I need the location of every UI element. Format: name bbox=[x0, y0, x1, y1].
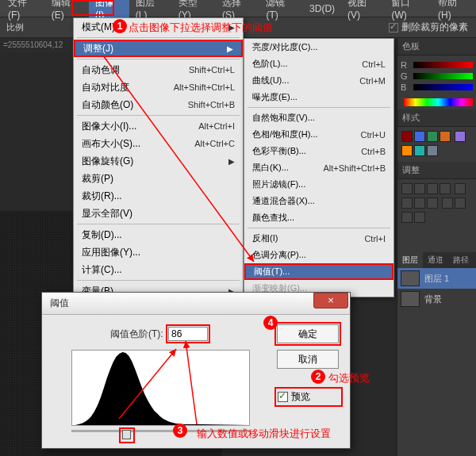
menu-crop[interactable]: 裁剪(P) bbox=[74, 170, 243, 187]
submenu-brightness[interactable]: 亮度/对比度(C)... bbox=[244, 39, 393, 56]
right-panels: 色板 R G B 样式 调整 图层 通道 路径 图层 1 背景 bbox=[397, 38, 476, 456]
ok-button[interactable]: 确定 bbox=[277, 324, 339, 343]
tab-paths[interactable]: 路径 bbox=[448, 252, 474, 268]
menu-apply-image[interactable]: 应用图像(Y)... bbox=[74, 243, 243, 261]
chevron-right-icon: ▶ bbox=[228, 157, 235, 166]
menu-file[interactable]: 文件(F) bbox=[2, 0, 45, 23]
submenu-black-white[interactable]: 黑白(K)...Alt+Shift+Ctrl+B bbox=[244, 159, 393, 176]
menu-calculations[interactable]: 计算(C)... bbox=[74, 261, 243, 278]
menu-auto-color[interactable]: 自动颜色(O)Shift+Ctrl+B bbox=[74, 96, 243, 113]
threshold-slider[interactable] bbox=[71, 430, 250, 443]
menu-mode[interactable]: 模式(M)▶ bbox=[74, 18, 243, 36]
menu-view[interactable]: 视图(V) bbox=[341, 0, 385, 23]
menu-help[interactable]: 帮助(H) bbox=[432, 0, 476, 23]
threshold-input[interactable] bbox=[168, 327, 208, 341]
delete-cropped-label: 删除裁剪的像素 bbox=[401, 21, 468, 34]
chevron-right-icon: ▶ bbox=[228, 23, 235, 32]
adjust-panel-header[interactable]: 调整 bbox=[397, 162, 476, 179]
dialog-title: 阈值 bbox=[50, 297, 69, 310]
menu-image-rotation[interactable]: 图像旋转(G)▶ bbox=[74, 152, 243, 170]
menu-auto-contrast[interactable]: 自动对比度Alt+Shift+Ctrl+L bbox=[74, 79, 243, 96]
tab-channels[interactable]: 通道 bbox=[423, 252, 448, 268]
histogram bbox=[71, 350, 250, 426]
submenu-invert[interactable]: 反相(I)Ctrl+I bbox=[244, 230, 393, 247]
menu-image-size[interactable]: 图像大小(I)...Alt+Ctrl+I bbox=[74, 117, 243, 135]
menu-reveal-all[interactable]: 显示全部(V) bbox=[74, 205, 243, 222]
preview-checkbox[interactable] bbox=[278, 392, 288, 402]
submenu-color-balance[interactable]: 色彩平衡(B)...Ctrl+B bbox=[244, 143, 393, 159]
delete-cropped-checkbox[interactable] bbox=[389, 23, 398, 33]
submenu-color-lookup[interactable]: 颜色查找... bbox=[244, 209, 393, 226]
submenu-levels[interactable]: 色阶(L)...Ctrl+L bbox=[244, 56, 393, 72]
threshold-level-label: 阈值色阶(T): bbox=[110, 328, 163, 339]
style-panel-header[interactable]: 样式 bbox=[397, 109, 476, 127]
preview-row[interactable]: 预览 bbox=[277, 389, 340, 404]
ratio-label: 比例 bbox=[6, 21, 24, 33]
annotation-number-4: 4 bbox=[263, 316, 278, 330]
submenu-vibrance[interactable]: 自然饱和度(V)... bbox=[244, 109, 393, 126]
close-button[interactable]: × bbox=[313, 293, 348, 308]
color-panel-header[interactable]: 色板 bbox=[397, 38, 476, 56]
menu-adjust[interactable]: 调整(J)▶ bbox=[74, 40, 243, 57]
submenu-posterize[interactable]: 色调分离(P)... bbox=[244, 247, 393, 263]
menu-3d[interactable]: 3D(D) bbox=[303, 1, 341, 17]
annotation-box-menu bbox=[71, 0, 114, 16]
image-dropdown: 模式(M)▶ 调整(J)▶ 自动色调Shift+Ctrl+L 自动对比度Alt+… bbox=[73, 17, 244, 318]
tab-layers[interactable]: 图层 bbox=[397, 252, 423, 268]
cancel-button[interactable]: 取消 bbox=[277, 350, 339, 369]
submenu-hue-sat[interactable]: 色相/饱和度(H)...Ctrl+U bbox=[244, 126, 393, 143]
menu-canvas-size[interactable]: 画布大小(S)...Alt+Ctrl+C bbox=[74, 135, 243, 152]
menu-auto-tone[interactable]: 自动色调Shift+Ctrl+L bbox=[74, 61, 243, 79]
annotation-number-2: 2 bbox=[311, 370, 325, 384]
annotation-number-1: 1 bbox=[113, 19, 127, 33]
annotation-number-3: 3 bbox=[173, 423, 187, 438]
menu-trim[interactable]: 裁切(R)... bbox=[74, 187, 243, 205]
menu-window[interactable]: 窗口(W) bbox=[385, 0, 432, 23]
layer-row-1[interactable]: 图层 1 bbox=[397, 268, 476, 289]
preview-label: 预览 bbox=[291, 390, 310, 404]
menu-filter[interactable]: 滤镜(T) bbox=[259, 0, 303, 23]
adjust-submenu: 亮度/对比度(C)... 色阶(L)...Ctrl+L 曲线(U)...Ctrl… bbox=[244, 38, 394, 297]
dialog-titlebar[interactable]: 阈值 × bbox=[42, 293, 350, 315]
submenu-exposure[interactable]: 曝光度(E)... bbox=[244, 89, 393, 105]
chevron-right-icon: ▶ bbox=[227, 44, 233, 53]
submenu-threshold[interactable]: 阈值(T)... bbox=[244, 263, 393, 280]
layer-row-bg[interactable]: 背景 bbox=[397, 289, 476, 309]
threshold-dialog: 阈值 × 阈值色阶(T): 确定 取消 预览 bbox=[41, 292, 351, 449]
submenu-photo-filter[interactable]: 照片滤镜(F)... bbox=[244, 176, 393, 193]
submenu-curves[interactable]: 曲线(U)...Ctrl+M bbox=[244, 72, 393, 89]
menu-duplicate[interactable]: 复制(D)... bbox=[74, 226, 243, 243]
submenu-channel-mixer[interactable]: 通道混合器(X)... bbox=[244, 193, 393, 209]
